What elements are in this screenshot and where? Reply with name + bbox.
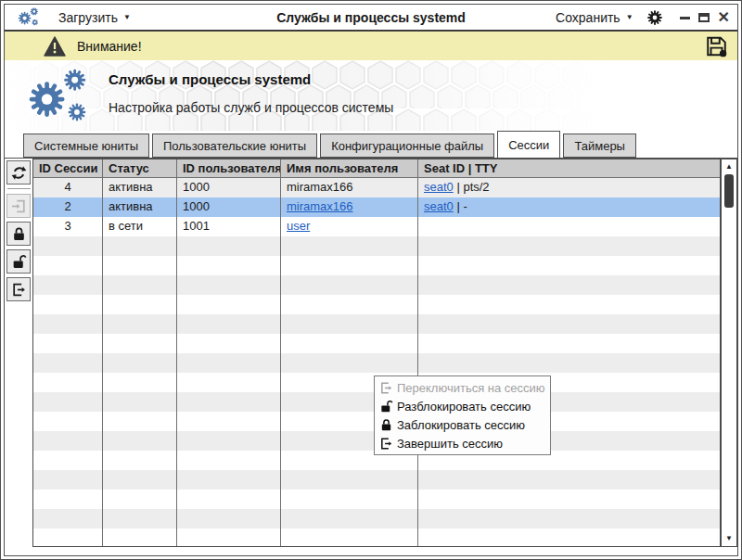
table-row-empty[interactable] [33,295,720,314]
table-header: ID Сессии Статус ID пользователя Имя пол… [33,159,720,178]
cell-status: в сети [103,217,177,236]
unlock-icon [11,254,27,270]
session-context-menu: Переключиться на сессиюРазблокировать се… [374,375,551,455]
table-row-empty[interactable] [33,509,720,528]
cell-session-id [33,509,103,528]
cell-seat-tty [418,490,720,509]
table-row-empty[interactable] [33,314,720,334]
column-header-seat-tty[interactable]: Seat ID | TTY [418,159,720,177]
banner-title: Службы и процессы systemd [109,71,393,87]
tab-system-units[interactable]: Системные юниты [23,134,149,158]
scroll-up-icon[interactable]: ▲ [725,159,733,172]
user-name-link[interactable]: miramax166 [287,199,353,213]
minimize-button[interactable] [680,17,690,19]
scrollbar-thumb[interactable] [724,174,734,208]
switch-session-icon [11,198,27,214]
column-header-user-name[interactable]: Имя пользователя [281,159,418,177]
close-button[interactable]: ✕ [718,10,730,25]
cell-user-id [177,470,281,490]
table-row[interactable]: 4активна1000miramax166seat0 | pts/2 [33,178,720,197]
table-row-empty[interactable] [33,490,720,509]
save-menu-label: Сохранить [556,10,620,25]
seat-id-link[interactable]: seat0 [424,199,454,213]
user-name-text: miramax166 [287,180,353,194]
cell-user-id: 1001 [177,217,281,236]
table-row-empty[interactable] [33,334,720,353]
terminate-session-button[interactable] [6,277,31,301]
lock-icon [378,417,393,432]
tab-config-files[interactable]: Конфигурационные файлы [320,134,494,158]
cell-session-id [33,451,103,470]
cell-session-id: 2 [33,197,103,217]
warning-bar: Внимание! [5,32,737,60]
tab-timers[interactable]: Таймеры [563,134,636,158]
load-menu-label: Загрузить [58,10,118,25]
tab-user-units[interactable]: Пользовательские юниты [152,134,317,158]
context-menu-item[interactable]: Завершить сессию [375,434,550,452]
session-toolbar [5,159,32,305]
cell-user-name [281,353,418,373]
switch-session-button[interactable] [6,194,31,218]
seat-id-link[interactable]: seat0 [424,180,454,194]
cell-session-id: 4 [33,178,103,197]
table-row[interactable]: 2активна1000miramax166seat0 | - [33,197,720,217]
table-row-empty[interactable] [33,236,720,256]
warning-triangle-icon [44,36,66,57]
table-row-empty[interactable] [33,256,720,275]
cell-user-name [281,470,418,490]
context-menu-item[interactable]: Заблокировать сессию [375,415,550,434]
window-title: Службы и процессы systemd [276,10,466,25]
cell-user-id [177,451,281,470]
tty-text: | pts/2 [454,180,490,194]
save-session-icon[interactable] [705,35,728,57]
cell-session-id [33,412,103,431]
cell-session-id [33,295,103,314]
cell-user-id [177,373,281,392]
settings-gear-icon[interactable] [646,9,663,26]
cell-user-id [177,509,281,528]
column-header-session-id[interactable]: ID Сессии [33,159,103,177]
refresh-button[interactable] [6,160,31,185]
scroll-down-icon[interactable]: ▼ [725,533,733,546]
cell-user-id [177,353,281,373]
tab-sessions[interactable]: Сессии [497,131,560,158]
cell-user-id [177,314,281,334]
cell-seat-tty [418,217,720,236]
cell-status [103,373,177,392]
save-menu-button[interactable]: Сохранить ▼ [556,10,633,25]
table-row-empty[interactable] [33,470,720,490]
cell-session-id [33,236,103,256]
cell-user-name [281,236,418,256]
cell-user-id [177,392,281,412]
maximize-button[interactable] [698,13,710,22]
cell-seat-tty [418,295,720,314]
column-header-status[interactable]: Статус [103,159,177,177]
cell-user-name [281,509,418,528]
titlebar: Загрузить ▼ Службы и процессы systemd Со… [5,5,737,32]
cell-status [103,314,177,334]
cell-user-id [177,490,281,509]
window-frame: Загрузить ▼ Службы и процессы systemd Со… [4,4,738,556]
vertical-scrollbar[interactable]: ▲ ▼ [721,159,737,547]
table-row-empty[interactable] [33,275,720,295]
load-menu-button[interactable]: Загрузить ▼ [58,10,131,25]
context-menu-item-label: Завершить сессию [397,437,503,451]
context-menu-item[interactable]: Разблокировать сессию [375,397,550,415]
cell-status [103,334,177,353]
user-name-link[interactable]: user [287,219,310,233]
lock-session-button[interactable] [6,222,31,246]
table-row-empty[interactable] [33,528,720,547]
cell-seat-tty [418,236,720,256]
cell-session-id [33,528,103,547]
cell-session-id [33,314,103,334]
cell-user-id [177,334,281,353]
table-body: 4активна1000miramax166seat0 | pts/22акти… [33,178,720,547]
context-menu-item[interactable]: Переключиться на сессию [375,378,550,397]
cell-user-id: 1000 [177,197,281,217]
unlock-session-button[interactable] [6,249,31,274]
table-row[interactable]: 3в сети1001user [33,217,720,236]
cell-user-id [177,236,281,256]
table-row-empty[interactable] [33,353,720,373]
column-header-user-id[interactable]: ID пользователя [177,159,281,177]
cell-status [103,392,177,412]
